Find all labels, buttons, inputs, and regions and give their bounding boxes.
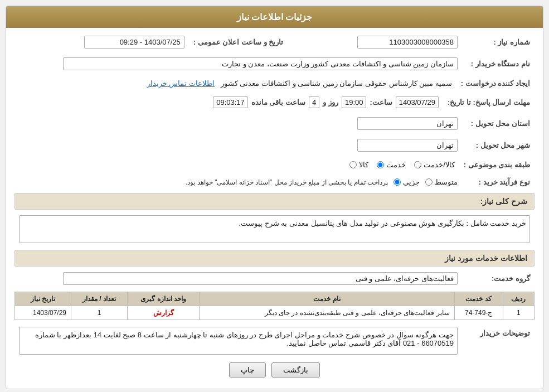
cell-count: 1	[71, 306, 128, 320]
btn-chap[interactable]: چاپ	[229, 362, 266, 378]
ijad-value: سمیه مبین کارشناس حقوقی سازمان زمین شناس…	[14, 77, 456, 90]
row-gorooh: گروه خدمت: فعالیت‌های حرفه‌ای، علمی و فن…	[14, 270, 535, 287]
mohlet-label: مهلت ارسال پاسخ: تا تاریخ:	[443, 94, 535, 110]
sharh-desc-box: خرید خدمت شامل : بکارگیری هوش مصنوعی در …	[19, 215, 530, 243]
date-time-row: 1403/07/29 ساعت: 19:00 روز و 4 ساعت باقی…	[19, 96, 439, 108]
sharh-section-header: شرح کلی نیاز:	[14, 193, 535, 210]
cell-name: سایر فعالیت‌های حرفه‌ای، علمی و فنی طبقه…	[200, 306, 454, 320]
card-body: شماره نیاز : 1103003008000358 تاریخ و سا…	[6, 28, 543, 389]
row-shmare: شماره نیاز : 1103003008000358 تاریخ و سا…	[14, 33, 535, 51]
khadamat-header-label: اطلاعات خدمات مورد نیاز	[445, 254, 527, 263]
dastgah-value: سازمان زمین شناسی و اکتشافات معدنی کشور …	[14, 55, 462, 72]
saat-mande-label: ساعت باقی مانده	[251, 98, 305, 107]
radio-khedmat-label: خدمت	[386, 161, 406, 169]
gorooh-box: فعالیت‌های حرفه‌ای، علمی و فنی	[63, 272, 458, 285]
tavsifat-label: توضیحات خریدار	[462, 325, 535, 357]
sharh-value-area: خرید خدمت شامل : بکارگیری هوش مصنوعی در …	[14, 213, 535, 245]
tarikh-label: تاریخ و ساعت اعلان عمومی :	[189, 33, 288, 51]
radio-jozii-label: جزیی	[403, 178, 420, 186]
ijad-label: ایجاد کننده درخواست :	[456, 77, 535, 90]
radio-khedmat-input[interactable]	[377, 161, 384, 168]
date-box: 1403/07/29	[396, 96, 439, 108]
col-code: کد خدمت	[454, 292, 503, 306]
table-row: 1 ج-749-74 سایر فعالیت‌های حرفه‌ای، علمی…	[15, 306, 535, 320]
farayand-value: متوسط جزیی پرداخت تمام یا بخشی از مبلغ خ…	[14, 176, 462, 188]
main-card: جزئیات اطلاعات نیاز شماره نیاز : 1103003…	[6, 6, 543, 389]
page-wrapper: جزئیات اطلاعات نیاز شماره نیاز : 1103003…	[0, 0, 549, 392]
col-radif: ردیف	[503, 292, 534, 306]
dastgah-box: سازمان زمین شناسی و اکتشافات معدنی کشور …	[63, 57, 458, 70]
shmare-niaz-value: 1103003008000358	[288, 33, 462, 51]
radio-kala-khedmat[interactable]: کالا/خدمت	[414, 161, 455, 169]
tavsifat-box: جهت هرگونه سوال در خصوص شرح خدمات و مراح…	[19, 327, 458, 355]
col-unit: واحد اندازه گیری	[127, 292, 199, 306]
ostan-box: تهران	[357, 117, 458, 130]
tasnif-value: کالا/خدمت خدمت کالا	[14, 158, 459, 171]
btn-bazgasht[interactable]: بازگشت	[271, 362, 320, 378]
dastgah-label: نام دستگاه خریدار :	[462, 55, 535, 72]
roz-box: 4	[309, 96, 319, 108]
col-name: نام خدمت	[200, 292, 454, 306]
roz-label: روز و	[323, 98, 338, 107]
row-tasnif: طبقه بندی موضوعی : کالا/خدمت خدمت	[14, 158, 535, 171]
services-table: ردیف کد خدمت نام خدمت واحد اندازه گیری ت…	[14, 292, 535, 320]
radio-kala-input[interactable]	[349, 161, 357, 168]
saat-mande-box: 09:03:17	[213, 96, 248, 108]
col-date: تاریخ نیاز	[15, 292, 71, 306]
radio-motavasset[interactable]: متوسط	[425, 178, 458, 186]
cell-radif: 1	[503, 306, 534, 320]
row-mohlet: مهلت ارسال پاسخ: تا تاریخ: 1403/07/29 سا…	[14, 94, 535, 110]
time-box: 19:00	[342, 96, 367, 108]
radio-motavasset-input[interactable]	[425, 178, 433, 186]
gorooh-label: گروه خدمت:	[462, 270, 535, 287]
cell-date: 1403/07/29	[15, 306, 71, 320]
shahr-box: تهران	[357, 139, 458, 152]
shmare-niaz-box: 1103003008000358	[357, 36, 458, 49]
tasnif-label: طبقه بندی موضوعی :	[459, 158, 535, 171]
card-header: جزئیات اطلاعات نیاز	[6, 6, 543, 28]
khadamat-section-header: اطلاعات خدمات مورد نیاز	[14, 250, 535, 267]
farayand-label: نوع فرآیند خرید :	[462, 176, 535, 188]
cell-code: ج-749-74	[454, 306, 503, 320]
cell-unit: گزارش	[127, 306, 199, 320]
ostan-label: استان محل تحویل :	[462, 115, 535, 132]
shmare-niaz-label: شماره نیاز :	[462, 33, 535, 51]
ostan-value: تهران	[14, 115, 462, 132]
radio-jozii-input[interactable]	[393, 178, 401, 186]
ijad-name: سمیه مبین کارشناس حقوقی سازمان زمین شناس…	[221, 79, 452, 88]
row-ijad: ایجاد کننده درخواست : سمیه مبین کارشناس …	[14, 77, 535, 90]
tarikh-value: 1403/07/25 - 09:29	[14, 33, 189, 51]
radio-kala-label: کالا	[359, 161, 368, 169]
row-dastgah: نام دستگاه خریدار : سازمان زمین شناسی و …	[14, 55, 535, 72]
radio-kala[interactable]: کالا	[349, 161, 368, 169]
row-ostan: استان محل تحویل : تهران	[14, 115, 535, 132]
sharh-text: خرید خدمت شامل : بکارگیری هوش مصنوعی در …	[239, 219, 526, 228]
shahr-value: تهران	[14, 137, 462, 154]
tavsifat-text: جهت هرگونه سوال در خصوص شرح خدمات و مراح…	[35, 331, 454, 347]
button-row: بازگشت چاپ	[14, 362, 535, 378]
mohlet-value: 1403/07/29 ساعت: 19:00 روز و 4 ساعت باقی…	[14, 94, 443, 110]
row-tavsifat: توضیحات خریدار جهت هرگونه سوال در خصوص ش…	[14, 325, 535, 357]
radio-khedmat[interactable]: خدمت	[377, 161, 406, 169]
row-farayand: نوع فرآیند خرید : متوسط جزیی پرداخت	[14, 176, 535, 188]
services-table-header: ردیف کد خدمت نام خدمت واحد اندازه گیری ت…	[15, 292, 535, 306]
sharh-header-label: شرح کلی نیاز:	[480, 197, 527, 206]
row-shahr: شهر محل تحویل : تهران	[14, 137, 535, 154]
col-count: تعداد / مقدار	[71, 292, 128, 306]
ijad-link[interactable]: اطلاعات تماس خریدار	[147, 79, 215, 88]
radio-kala-khedmat-label: کالا/خدمت	[424, 161, 455, 169]
radio-jozii[interactable]: جزیی	[393, 178, 420, 186]
farayand-note: پرداخت تمام یا بخشی از مبلغ خریداز محل "…	[186, 178, 388, 186]
tavsifat-value: جهت هرگونه سوال در خصوص شرح خدمات و مراح…	[14, 325, 462, 357]
time-label: ساعت:	[370, 98, 392, 107]
gorooh-value: فعالیت‌های حرفه‌ای، علمی و فنی	[14, 270, 462, 287]
tarikh-box: 1403/07/25 - 09:29	[84, 36, 184, 49]
radio-kala-khedmat-input[interactable]	[414, 161, 421, 168]
shahr-label: شهر محل تحویل :	[462, 137, 535, 154]
header-title: جزئیات اطلاعات نیاز	[237, 12, 313, 22]
tasnif-radio-group: کالا/خدمت خدمت کالا	[19, 161, 455, 169]
radio-motavasset-label: متوسط	[435, 178, 458, 186]
